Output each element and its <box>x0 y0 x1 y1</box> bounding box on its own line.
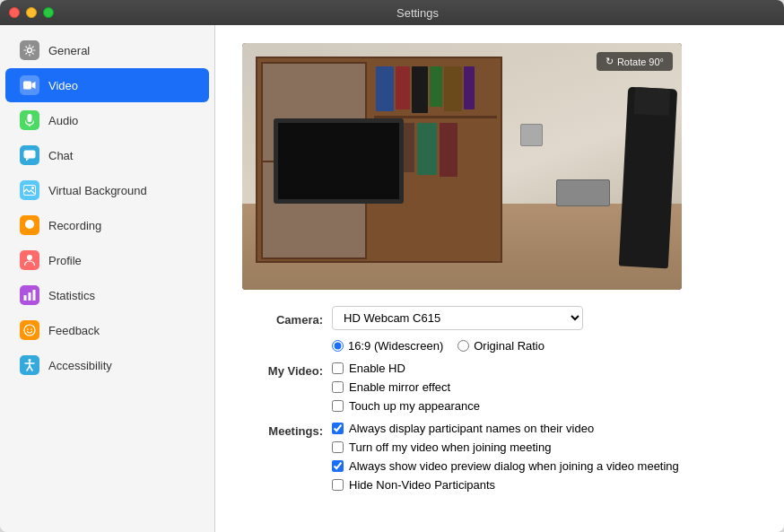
book <box>376 66 394 111</box>
my-video-label: My Video: <box>242 362 323 378</box>
meetings-controls: Always display participant names on thei… <box>332 422 679 492</box>
audio-label: Audio <box>48 114 78 127</box>
mirror-effect-input[interactable] <box>332 381 344 393</box>
recording-icon <box>20 215 39 235</box>
accessibility-icon <box>20 355 39 375</box>
camera-select[interactable]: HD Webcam C615 FaceTime HD Camera Virtua… <box>332 306 583 330</box>
touch-up-label: Touch up my appearance <box>349 399 480 413</box>
touch-up-checkbox[interactable]: Touch up my appearance <box>332 399 480 413</box>
monitor-screen <box>278 123 399 199</box>
original-ratio-input[interactable] <box>457 340 469 352</box>
svg-marker-2 <box>32 82 36 89</box>
statistics-label: Statistics <box>48 289 95 302</box>
svg-marker-6 <box>26 158 30 161</box>
book <box>430 66 442 107</box>
sidebar: General Video Audio Cha <box>0 25 215 532</box>
mirror-effect-checkbox[interactable]: Enable mirror effect <box>332 380 480 394</box>
general-icon <box>20 40 39 60</box>
book <box>444 66 462 111</box>
hide-non-video-input[interactable] <box>332 479 344 491</box>
original-ratio-radio[interactable]: Original Ratio <box>457 339 544 353</box>
widescreen-radio[interactable]: 16:9 (Widescreen) <box>332 339 443 353</box>
ratio-row: 16:9 (Widescreen) Original Ratio <box>242 339 757 353</box>
turn-off-video-input[interactable] <box>332 441 344 453</box>
rotate-button[interactable]: ↻ Rotate 90° <box>597 52 673 71</box>
hide-non-video-checkbox[interactable]: Hide Non-Video Participants <box>332 478 679 492</box>
recording-label: Recording <box>48 219 101 232</box>
rotate-label: Rotate 90° <box>617 57 664 67</box>
virtual-background-label: Virtual Background <box>48 184 147 197</box>
close-button[interactable] <box>9 7 20 18</box>
turn-off-video-label: Turn off my video when joining meeting <box>349 440 551 454</box>
my-video-controls: Enable HD Enable mirror effect Touch up … <box>332 362 480 413</box>
meetings-row: Meetings: Always display participant nam… <box>242 422 757 492</box>
window-title: Settings <box>60 6 775 20</box>
sidebar-item-accessibility[interactable]: Accessibility <box>5 348 209 382</box>
sidebar-item-statistics[interactable]: Statistics <box>5 278 209 312</box>
binder <box>440 123 457 177</box>
enable-hd-input[interactable] <box>332 362 344 374</box>
svg-rect-12 <box>29 292 31 301</box>
svg-point-9 <box>25 220 34 229</box>
sidebar-item-general[interactable]: General <box>5 33 209 67</box>
coat <box>619 87 677 269</box>
minimize-button[interactable] <box>26 7 37 18</box>
widescreen-label: 16:9 (Widescreen) <box>348 339 443 353</box>
titlebar: Settings <box>0 0 784 25</box>
monitor <box>274 118 404 204</box>
camera-preview: ↻ Rotate 90° <box>242 43 682 290</box>
content-area: ↻ Rotate 90° Camera: HD Webcam C615 Face… <box>215 25 784 532</box>
video-settings-form: Camera: HD Webcam C615 FaceTime HD Camer… <box>242 306 757 492</box>
chat-label: Chat <box>48 149 73 162</box>
hide-non-video-label: Hide Non-Video Participants <box>349 478 495 492</box>
sidebar-item-video[interactable]: Video <box>5 68 209 102</box>
virtual-background-icon <box>20 180 39 200</box>
profile-icon <box>20 250 39 270</box>
ratio-spacer <box>242 339 323 342</box>
svg-point-16 <box>30 328 32 330</box>
svg-point-10 <box>27 255 32 260</box>
display-names-input[interactable] <box>332 423 344 434</box>
my-video-row: My Video: Enable HD Enable mirror effect <box>242 362 757 413</box>
maximize-button[interactable] <box>43 7 54 18</box>
audio-icon <box>20 110 39 130</box>
sidebar-item-feedback[interactable]: Feedback <box>5 313 209 347</box>
svg-rect-3 <box>28 114 32 122</box>
original-ratio-label: Original Ratio <box>474 339 544 353</box>
video-label: Video <box>48 79 78 92</box>
feedback-icon <box>20 320 39 340</box>
show-preview-checkbox[interactable]: Always show video preview dialog when jo… <box>332 459 679 473</box>
book <box>412 66 428 113</box>
camera-row: Camera: HD Webcam C615 FaceTime HD Camer… <box>242 306 757 330</box>
show-preview-input[interactable] <box>332 460 344 472</box>
mirror-effect-label: Enable mirror effect <box>349 380 450 394</box>
accessibility-label: Accessibility <box>48 359 112 372</box>
settings-window: Settings General Video <box>0 0 784 532</box>
svg-rect-11 <box>24 295 27 301</box>
display-names-checkbox[interactable]: Always display participant names on thei… <box>332 422 679 435</box>
display-names-label: Always display participant names on thei… <box>349 422 594 435</box>
svg-rect-5 <box>24 150 36 158</box>
chat-icon <box>20 145 39 165</box>
books-top <box>376 66 475 113</box>
sidebar-item-audio[interactable]: Audio <box>5 103 209 137</box>
video-icon <box>20 75 39 95</box>
sidebar-item-recording[interactable]: Recording <box>5 208 209 242</box>
svg-rect-1 <box>23 82 31 90</box>
svg-rect-13 <box>33 290 36 301</box>
touch-up-input[interactable] <box>332 400 344 412</box>
svg-point-15 <box>27 328 29 330</box>
device <box>556 179 610 206</box>
enable-hd-checkbox[interactable]: Enable HD <box>332 362 480 375</box>
turn-off-video-checkbox[interactable]: Turn off my video when joining meeting <box>332 440 679 454</box>
rotate-icon: ↻ <box>605 56 614 67</box>
book <box>396 66 410 109</box>
sidebar-item-virtual-background[interactable]: Virtual Background <box>5 173 209 207</box>
enable-hd-label: Enable HD <box>349 362 405 375</box>
svg-line-20 <box>27 366 30 371</box>
widescreen-input[interactable] <box>332 340 344 352</box>
sidebar-item-profile[interactable]: Profile <box>5 243 209 277</box>
sidebar-item-chat[interactable]: Chat <box>5 138 209 172</box>
book <box>464 66 475 109</box>
main-content: General Video Audio Cha <box>0 25 784 532</box>
